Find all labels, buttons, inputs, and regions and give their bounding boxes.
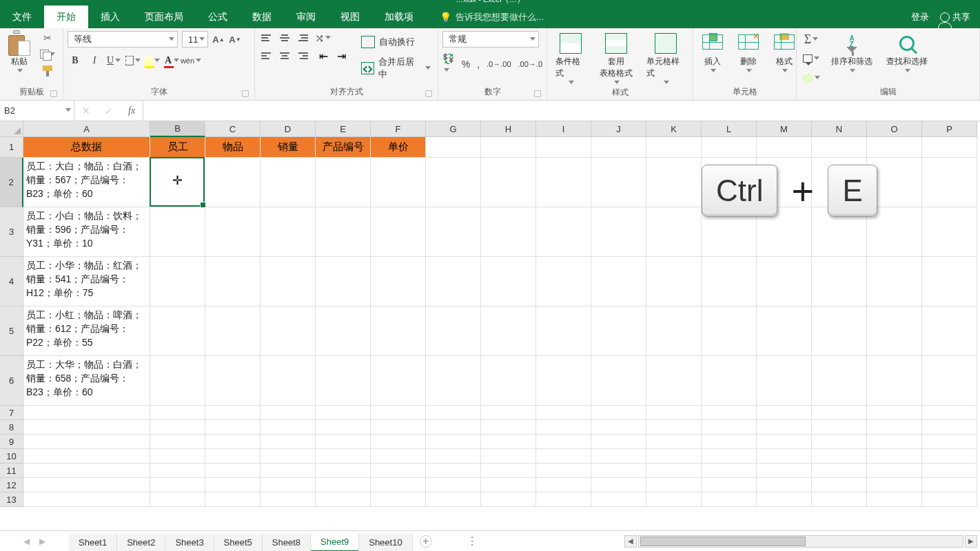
cell-L13[interactable] [702, 492, 757, 507]
underline-button[interactable]: U [106, 53, 121, 68]
sort-filter-button[interactable]: AZ排序和筛选 [827, 31, 877, 75]
row-header-8[interactable]: 8 [0, 420, 23, 435]
col-header-E[interactable]: E [316, 121, 371, 137]
cell-G7[interactable] [426, 406, 481, 420]
cell-C9[interactable] [205, 435, 261, 449]
cell-G10[interactable] [426, 449, 481, 464]
cell-O7[interactable] [867, 406, 922, 420]
cell-G6[interactable] [426, 356, 481, 406]
cell-E10[interactable] [316, 449, 371, 464]
cell-O8[interactable] [867, 420, 922, 435]
format-as-table-button[interactable]: 套用 表格格式 [595, 31, 637, 87]
launcher-icon[interactable] [534, 90, 541, 97]
cell-A12[interactable] [23, 478, 150, 492]
cell-N6[interactable] [812, 356, 867, 406]
cell-I2[interactable] [536, 158, 591, 207]
cell-P12[interactable] [922, 478, 977, 492]
sheet-tab-Sheet2[interactable]: Sheet2 [117, 534, 165, 551]
align-center-button[interactable] [277, 49, 292, 63]
cell-A9[interactable] [23, 435, 150, 449]
cell-F7[interactable] [371, 406, 426, 420]
cell-D9[interactable] [261, 435, 316, 449]
percent-button[interactable]: % [462, 59, 470, 70]
orientation-button[interactable]: ⤭ [316, 31, 329, 45]
add-sheet-button[interactable]: + [420, 535, 432, 548]
cell-H12[interactable] [481, 478, 536, 492]
border-button[interactable] [125, 53, 141, 68]
cell-L7[interactable] [702, 406, 757, 420]
col-header-B[interactable]: B [150, 121, 205, 137]
number-format-combo[interactable]: 常规 [442, 31, 539, 48]
launcher-icon[interactable] [50, 90, 57, 97]
cell-P9[interactable] [922, 435, 977, 449]
sheet-nav[interactable]: ◀▶ [0, 531, 69, 551]
cell-A3[interactable]: 员工：小白；物品：饮料；销量：596；产品编号：Y31；单价：10 [23, 207, 150, 257]
cell-A7[interactable] [23, 406, 150, 420]
row-header-5[interactable]: 5 [0, 306, 23, 356]
scroll-thumb[interactable] [640, 537, 806, 546]
cell-J13[interactable] [591, 492, 646, 507]
header-cell-D1[interactable]: 销量 [261, 137, 316, 158]
cell-M8[interactable] [757, 420, 812, 435]
login-button[interactable]: 登录 [911, 11, 929, 23]
row-header-6[interactable]: 6 [0, 356, 23, 406]
font-color-button[interactable]: A [164, 53, 179, 68]
cell-P10[interactable] [922, 449, 977, 464]
cell-P6[interactable] [922, 356, 977, 406]
header-cell-F1[interactable]: 单价 [371, 137, 426, 158]
cell-C3[interactable] [205, 207, 261, 257]
cell-K13[interactable] [646, 492, 702, 507]
cell-O11[interactable] [867, 464, 922, 478]
wrap-text-button[interactable]: 自动换行 [358, 31, 433, 53]
cell-H5[interactable] [481, 306, 536, 356]
cell-M9[interactable] [757, 435, 812, 449]
comma-button[interactable]: , [477, 59, 480, 70]
italic-button[interactable]: I [87, 53, 102, 68]
cell-F5[interactable] [371, 306, 426, 356]
align-left-button[interactable] [259, 49, 274, 63]
cell-K8[interactable] [646, 420, 702, 435]
cell-K7[interactable] [646, 406, 702, 420]
cell-I7[interactable] [536, 406, 591, 420]
accounting-format-button[interactable]: 💱 [442, 53, 455, 75]
cell-C5[interactable] [205, 306, 261, 356]
cell-O1[interactable] [867, 137, 922, 158]
cut-button[interactable]: ✂ [40, 31, 55, 45]
cell-E8[interactable] [316, 420, 371, 435]
align-bottom-button[interactable] [295, 31, 310, 45]
row-header-9[interactable]: 9 [0, 435, 23, 449]
cell-F11[interactable] [371, 464, 426, 478]
name-box[interactable]: B2 [0, 101, 74, 121]
header-cell-A1[interactable]: 总数据 [23, 137, 150, 158]
cell-F3[interactable] [371, 207, 426, 257]
tab-开始[interactable]: 开始 [44, 6, 88, 28]
tab-加载项[interactable]: 加载项 [372, 6, 426, 28]
cell-J5[interactable] [591, 306, 646, 356]
header-cell-B1[interactable]: 员工 [150, 137, 205, 158]
cell-P7[interactable] [922, 406, 977, 420]
col-header-D[interactable]: D [261, 121, 316, 137]
cell-B3[interactable] [150, 207, 205, 257]
cell-D10[interactable] [261, 449, 316, 464]
cell-M5[interactable] [757, 306, 812, 356]
cell-C12[interactable] [205, 478, 261, 492]
cell-E6[interactable] [316, 356, 371, 406]
cell-B7[interactable] [150, 406, 205, 420]
cell-H1[interactable] [481, 137, 536, 158]
row-header-2[interactable]: 2 [0, 158, 23, 207]
phonetic-button[interactable]: wén [183, 53, 198, 68]
cell-H11[interactable] [481, 464, 536, 478]
cell-F13[interactable] [371, 492, 426, 507]
cell-K3[interactable] [646, 207, 702, 257]
cell-F10[interactable] [371, 449, 426, 464]
cell-D6[interactable] [261, 356, 316, 406]
cell-styles-button[interactable]: 单元格样式 [642, 31, 688, 87]
decrease-decimal-button[interactable]: .00→.0 [518, 60, 542, 68]
col-header-J[interactable]: J [591, 121, 646, 137]
cell-H7[interactable] [481, 406, 536, 420]
cell-D7[interactable] [261, 406, 316, 420]
cell-G9[interactable] [426, 435, 481, 449]
format-painter-button[interactable] [40, 64, 55, 78]
cell-P11[interactable] [922, 464, 977, 478]
col-header-M[interactable]: M [757, 121, 812, 137]
